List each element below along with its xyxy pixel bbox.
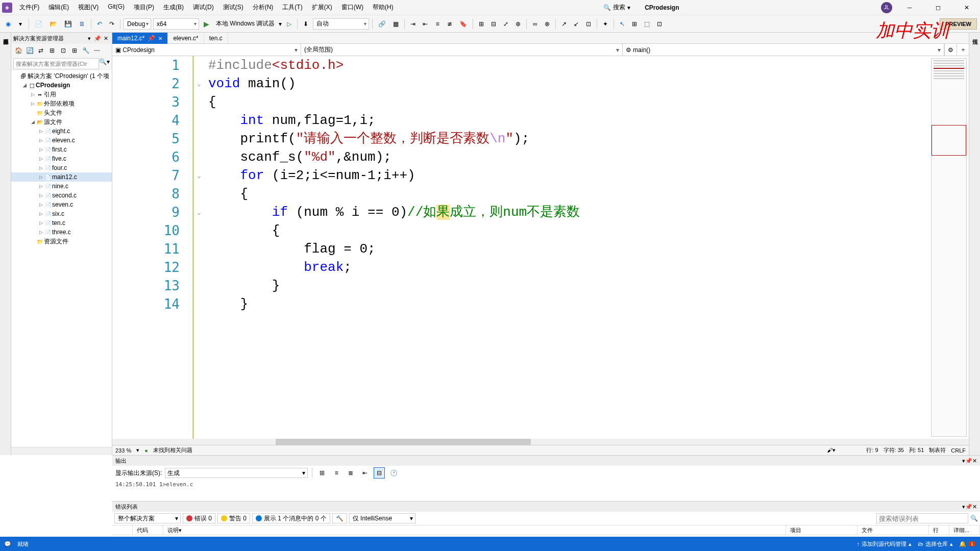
tree-sources[interactable]: ◢📂源文件 [11, 117, 112, 127]
ptb-1[interactable]: ⇄ [36, 45, 46, 56]
step-button[interactable]: ⬇ [301, 18, 311, 30]
feedback-icon[interactable]: 💬 [4, 541, 11, 547]
browser-link-button[interactable]: 🔗 [376, 18, 388, 30]
brush-icon[interactable]: 🖌▾ [827, 447, 836, 454]
tree-file-selected[interactable]: ▷📄main12.c [11, 172, 112, 182]
right-side-tabs[interactable]: 属性 [969, 33, 980, 455]
tree-file[interactable]: ▷📄five.c [11, 154, 112, 163]
close-button[interactable]: ✕ [955, 0, 978, 15]
tree-file[interactable]: ▷📄second.c [11, 191, 112, 200]
user-avatar[interactable]: JL [881, 2, 892, 13]
tree-file[interactable]: ▷📄six.c [11, 209, 112, 218]
add-scm-button[interactable]: ↑ 添加到源代码管理 ▴ [856, 540, 912, 548]
menu-git[interactable]: Git(G) [104, 1, 129, 14]
tb-misc-1[interactable]: ⊞ [476, 18, 486, 30]
redo-button[interactable]: ↷ [107, 18, 117, 30]
warnings-filter[interactable]: 警告 0 [217, 513, 250, 523]
tree-project[interactable]: ◢⬚CProdesign [11, 81, 112, 90]
start-no-debug-button[interactable]: ▷ [284, 18, 294, 30]
preview-button[interactable]: PREVIEW [940, 18, 977, 30]
start-debug-button[interactable]: ▶ [201, 18, 212, 30]
sync-icon[interactable]: 🔄 [24, 45, 35, 56]
tb-misc-9[interactable]: ⊡ [583, 18, 594, 30]
save-button[interactable]: 💾 [62, 18, 75, 30]
search-icon[interactable]: 🔍 [970, 515, 978, 522]
tab-ten[interactable]: ten.c [204, 33, 228, 44]
tb-misc-6[interactable]: ⊗ [542, 18, 552, 30]
comment-button[interactable]: ≡ [432, 18, 443, 30]
indent-mode[interactable]: 制表符 [929, 446, 946, 454]
ptb-3[interactable]: ⊡ [58, 45, 68, 56]
tab-main12[interactable]: main12.c*📌✕ [112, 33, 168, 44]
home-icon[interactable]: 🏠 [13, 45, 23, 56]
clock-icon[interactable]: 🕐 [388, 467, 399, 479]
chevron-down-icon[interactable]: ▾ [279, 20, 282, 28]
plus-icon[interactable]: ＋ [957, 44, 969, 56]
menu-help[interactable]: 帮助(H) [369, 1, 398, 14]
tb-misc-10[interactable]: ✦ [600, 18, 610, 30]
otb-3[interactable]: ≣ [345, 467, 356, 479]
tree-refs[interactable]: ▷▪▪引用 [11, 90, 112, 99]
messages-filter[interactable]: 展示 1 个消息中的 0 个 [252, 513, 330, 523]
menu-edit[interactable]: 编辑(E) [44, 1, 73, 14]
tree-file[interactable]: ▷📄four.c [11, 163, 112, 172]
tree-file[interactable]: ▷📄nine.c [11, 182, 112, 191]
err-col-desc[interactable]: 说明 ▾ [163, 525, 786, 535]
ptb-4[interactable]: ⊞ [69, 45, 80, 56]
errors-search-input[interactable] [876, 513, 968, 523]
tb-misc-2[interactable]: ⊟ [488, 18, 499, 30]
tree-resources[interactable]: 📁资源文件 [11, 237, 112, 246]
new-project-button[interactable]: 📄 [32, 18, 45, 30]
fold-column[interactable]: ⌄⌄⌄ [194, 56, 204, 439]
err-col-project[interactable]: 项目 [786, 525, 857, 535]
config-combo[interactable]: Debug [124, 18, 151, 30]
output-body[interactable]: 14:25:50.101 1>eleven.c [112, 480, 980, 501]
outdent-button[interactable]: ⇤ [420, 18, 430, 30]
minimap[interactable] [931, 58, 967, 437]
left-side-tabs[interactable]: 服务器资源 [0, 33, 11, 455]
err-col-icon[interactable] [112, 525, 133, 535]
otb-4[interactable]: ⇤ [359, 467, 371, 479]
chevron-down-icon[interactable]: ▾ [107, 58, 110, 69]
pin-icon[interactable]: 📌 [965, 504, 972, 510]
close-icon[interactable]: ✕ [158, 36, 162, 41]
title-search[interactable]: 🔍 搜索 ▾ [599, 3, 634, 12]
gear-icon[interactable]: ⚙ [944, 44, 957, 56]
ptb-5[interactable]: ⋯ [92, 45, 102, 56]
tb-misc-8[interactable]: ↙ [571, 18, 581, 30]
ptb-2[interactable]: ⊞ [47, 45, 57, 56]
solution-search-input[interactable] [13, 58, 99, 69]
nav-project-combo[interactable]: ▣ CProdesign [112, 44, 301, 56]
errors-filter[interactable]: 错误 0 [183, 513, 215, 523]
bookmark-button[interactable]: 🔖 [457, 18, 470, 30]
err-col-code[interactable]: 代码 [133, 525, 163, 535]
panel-close-icon[interactable]: ✕ [972, 458, 977, 464]
zoom-dropdown-icon[interactable]: ▾ [136, 447, 139, 454]
cursor-icon[interactable]: ↖ [617, 18, 627, 30]
tb-misc-13[interactable]: ⊡ [654, 18, 665, 30]
undo-button[interactable]: ↶ [94, 18, 105, 30]
menu-analyze[interactable]: 分析(N) [249, 1, 278, 14]
menu-build[interactable]: 生成(B) [159, 1, 188, 14]
menu-view[interactable]: 视图(V) [74, 1, 103, 14]
errors-scope-combo[interactable]: 整个解决方案 [114, 513, 181, 523]
err-col-file[interactable]: 文件 [857, 525, 929, 535]
tb-misc-7[interactable]: ↗ [559, 18, 569, 30]
tb-misc-3[interactable]: ⤢ [501, 18, 511, 30]
output-source-combo[interactable]: 生成 [165, 468, 308, 478]
intellisense-combo[interactable]: 仅 IntelliSense [349, 513, 415, 523]
zoom-level[interactable]: 233 % [115, 447, 131, 454]
menu-file[interactable]: 文件(F) [15, 1, 43, 14]
pin-icon[interactable]: 📌 [965, 458, 972, 464]
tb-misc-5[interactable]: ∞ [530, 18, 540, 30]
solution-hscroll[interactable] [11, 447, 112, 455]
notifications-button[interactable]: 🔔1 [959, 541, 976, 547]
step-mode-combo[interactable]: 自动 [313, 18, 369, 30]
err-col-detail[interactable]: 详细... [949, 525, 980, 535]
nav-scope-combo[interactable]: (全局范围) [301, 44, 623, 56]
back-button[interactable]: ◉ [3, 18, 13, 30]
forward-button[interactable]: ▾ [15, 18, 26, 30]
tree-file[interactable]: ▷📄eight.c [11, 127, 112, 136]
otb-2[interactable]: ≡ [331, 467, 342, 479]
tree-headers[interactable]: 📁头文件 [11, 108, 112, 117]
